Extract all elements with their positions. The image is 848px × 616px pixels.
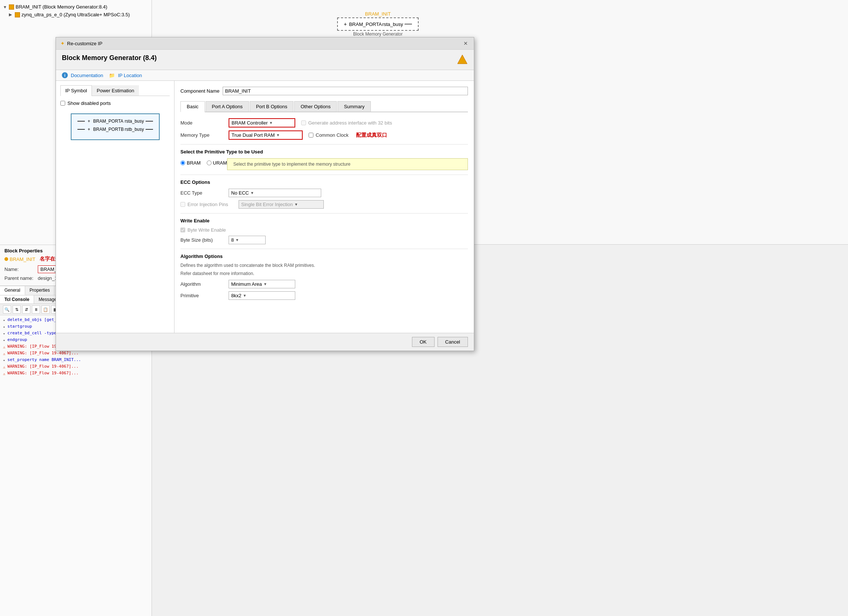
tcl-btn-3[interactable]: ⇵	[22, 306, 30, 313]
mini-port-a-left: + BRAM_PORTA	[77, 119, 124, 124]
warn-bullet-1: ⚠	[3, 344, 5, 350]
algorithm-select[interactable]: Minimum Area ▼	[228, 280, 295, 288]
primitive-value: 8kx2	[231, 293, 241, 298]
memory-type-arrow: ▼	[276, 133, 280, 137]
name-label: Name:	[4, 267, 38, 272]
dialog-title-text: Re-customize IP	[67, 41, 102, 46]
component-name-input[interactable]	[222, 87, 468, 95]
mode-select[interactable]: BRAM Controller ▼	[228, 118, 295, 128]
tcl-pause-btn[interactable]: ⏸	[32, 306, 40, 313]
config-tab-basic[interactable]: Basic	[181, 101, 205, 112]
parent-label: Parent name:	[4, 275, 38, 281]
primitive-arrow: ▼	[243, 294, 246, 298]
warn-bullet-3: ⚠	[3, 364, 5, 370]
tab-general[interactable]: General	[0, 286, 25, 295]
ok-button[interactable]: OK	[412, 337, 434, 347]
byte-size-row: Byte Size (bits) 8 ▼	[181, 236, 468, 244]
mode-label: Mode	[181, 120, 228, 126]
cancel-button[interactable]: Cancel	[437, 337, 468, 347]
tcl-warning-4: WARNING: [IP_Flow 19-4067]...	[7, 370, 79, 377]
generate-addr-checkbox	[301, 120, 306, 125]
port-connector-right	[405, 24, 412, 24]
tree-item-zynq[interactable]: ▶ zynq_ultra_ps_e_0 (Zynq UltraScale+ MP…	[0, 11, 151, 19]
tab-power-estimation[interactable]: Power Estimation	[92, 85, 139, 96]
ip-location-icon: 📁	[109, 72, 115, 78]
hint-box: Select the primitive type to implement t…	[227, 158, 468, 170]
annotation-memory-type: 配置成真双口	[356, 132, 387, 139]
radio-uram-label[interactable]: URAM	[207, 160, 227, 166]
bullet-7: •	[3, 358, 5, 363]
tcl-text-4: endgroup	[7, 337, 27, 343]
show-disabled-checkbox[interactable]	[61, 101, 65, 105]
tree-expand-bram[interactable]: ▼	[3, 5, 8, 9]
radio-bram[interactable]	[181, 160, 185, 165]
config-tab-port-b[interactable]: Port B Options	[250, 101, 294, 111]
algorithm-value: Minimum Area	[231, 281, 262, 287]
byte-size-select[interactable]: 8 ▼	[228, 236, 265, 244]
memory-type-select[interactable]: True Dual Port RAM ▼	[228, 131, 303, 140]
tcl-console-tab[interactable]: Tcl Console	[0, 295, 34, 304]
error-injection-arrow: ▼	[294, 202, 298, 206]
dialog-right-panel: Component Name Basic Port A Options Port…	[175, 81, 474, 333]
ecc-type-select[interactable]: No ECC ▼	[228, 189, 321, 197]
nav-ip-location[interactable]: 📁 IP Location	[109, 72, 142, 78]
primitive-select[interactable]: 8kx2 ▼	[228, 291, 295, 300]
port-a-line-right	[145, 121, 153, 122]
dialog-titlebar: ✦ Re-customize IP ✕	[56, 37, 474, 50]
tcl-text-7: set_property name BRAM_INIT...	[7, 357, 81, 363]
ecc-type-row: ECC Type No ECC ▼	[181, 189, 468, 197]
mini-port-b-label: BRAM_PORTB	[93, 127, 124, 132]
byte-write-label: Byte Write Enable	[187, 227, 226, 233]
mode-value: BRAM Controller	[231, 120, 268, 126]
info-icon: i	[62, 72, 68, 78]
algorithm-title: Algorithm Options	[181, 254, 468, 259]
tab-properties[interactable]: Properties	[25, 286, 55, 295]
algorithm-arrow: ▼	[263, 282, 267, 286]
dialog-left-panel: IP Symbol Power Estimation Show disabled…	[56, 81, 175, 333]
config-tab-other[interactable]: Other Options	[294, 101, 337, 111]
nav-doc-label: Documentation	[71, 73, 103, 78]
radio-bram-label[interactable]: BRAM	[181, 160, 201, 166]
tcl-btn-2[interactable]: ⇅	[13, 306, 21, 313]
tcl-copy-btn[interactable]: 📋	[42, 306, 50, 313]
radio-uram[interactable]	[207, 160, 212, 165]
zynq-icon	[15, 12, 20, 18]
tcl-text-2: startgroup	[7, 324, 32, 330]
warn-bullet-2: ⚠	[3, 351, 5, 356]
bullet-3: •	[3, 331, 5, 337]
tree-item-bram[interactable]: ▼ BRAM_INIT (Block Memory Generator:8.4)	[0, 3, 151, 11]
algorithm-label: Algorithm	[181, 281, 228, 287]
primitive-row: Primitive 8kx2 ▼	[181, 291, 468, 300]
dialog-body: IP Symbol Power Estimation Show disabled…	[56, 81, 474, 333]
tcl-warning-3: WARNING: [IP_Flow 19-4067]...	[7, 364, 79, 370]
generate-addr-row: Generate address interface with 32 bits	[301, 120, 392, 126]
divider-3	[181, 213, 468, 214]
config-tab-port-a[interactable]: Port A Options	[206, 101, 249, 111]
config-tab-summary[interactable]: Summary	[338, 101, 371, 111]
port-a-line-left	[77, 121, 85, 122]
mode-row: Mode BRAM Controller ▼ Generate address …	[181, 118, 468, 128]
mini-port-a-label: BRAM_PORTA	[93, 119, 124, 124]
dialog-close-button[interactable]: ✕	[462, 40, 469, 47]
byte-write-checkbox	[181, 227, 185, 232]
tab-ip-symbol[interactable]: IP Symbol	[61, 85, 92, 96]
vivado-logo	[457, 54, 468, 65]
parent-value: design_1	[38, 275, 58, 281]
nav-documentation[interactable]: i Documentation	[62, 72, 103, 78]
tcl-search-btn[interactable]: 🔍	[3, 306, 11, 313]
bram-icon	[9, 4, 14, 10]
bd-component-box: + BRAM_PORTA rsta_busy	[337, 18, 419, 31]
bram-component-name: BRAM_INIT	[10, 257, 35, 262]
bd-component-bram: BRAM_INIT + BRAM_PORTA rsta_busy Block M…	[337, 11, 419, 37]
tree-expand-zynq[interactable]: ▶	[9, 12, 14, 17]
dialog-title: ✦ Re-customize IP	[61, 40, 102, 46]
dialog-left-tabs: IP Symbol Power Estimation	[61, 85, 170, 96]
error-injection-label: Error Injection Pins	[187, 202, 236, 207]
dialog-nav: i Documentation 📁 IP Location	[56, 70, 474, 81]
write-enable-title: Write Enable	[181, 218, 468, 224]
dialog-footer: OK Cancel	[56, 333, 474, 350]
dialog-ip-title: Block Memory Generator (8.4)	[62, 54, 157, 62]
common-clock-checkbox[interactable]	[308, 133, 313, 138]
mini-port-a-right: rsta_busy	[125, 119, 153, 124]
bd-right: rsta_busy	[382, 21, 412, 27]
